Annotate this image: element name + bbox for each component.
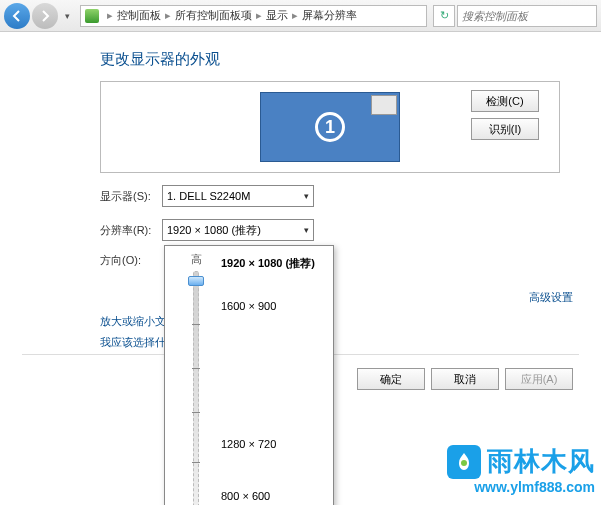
forward-button <box>32 3 58 29</box>
resolution-option[interactable]: 1600 × 900 <box>221 300 276 312</box>
slider-labels: 1920 × 1080 (推荐) 1600 × 900 1280 × 720 8… <box>221 252 327 505</box>
breadcrumb-item[interactable]: 屏幕分辨率 <box>302 8 357 23</box>
resolution-label: 分辨率(R): <box>100 223 162 238</box>
display-preview-area: 1 检测(C) 识别(I) <box>100 81 560 173</box>
ok-button[interactable]: 确定 <box>357 368 425 390</box>
cancel-button[interactable]: 取消 <box>431 368 499 390</box>
resolution-slider-popup: 高 低 1920 × 1080 (推荐) 1600 × 900 1280 × 7… <box>164 245 334 505</box>
refresh-button[interactable]: ↻ <box>433 5 455 27</box>
detect-button[interactable]: 检测(C) <box>471 90 539 112</box>
display-label: 显示器(S): <box>100 189 162 204</box>
slider-handle[interactable] <box>188 276 204 286</box>
svg-point-0 <box>461 460 467 466</box>
orientation-label: 方向(O): <box>100 253 162 268</box>
breadcrumb-item[interactable]: 控制面板 <box>117 8 161 23</box>
back-button[interactable] <box>4 3 30 29</box>
chevron-down-icon: ▾ <box>304 225 309 235</box>
resolution-value: 1920 × 1080 (推荐) <box>167 223 261 238</box>
advanced-settings-link[interactable]: 高级设置 <box>529 290 573 305</box>
slider-high-label: 高 <box>191 252 202 267</box>
chevron-down-icon: ▾ <box>304 191 309 201</box>
watermark-url: www.ylmf888.com <box>447 479 595 495</box>
watermark-icon <box>447 445 481 479</box>
page-title: 更改显示器的外观 <box>0 50 601 69</box>
apply-button: 应用(A) <box>505 368 573 390</box>
resolution-option[interactable]: 1280 × 720 <box>221 438 276 450</box>
monitor-thumbnail <box>371 95 397 115</box>
watermark-brand: 雨林木风 <box>487 444 595 479</box>
watermark: 雨林木风 www.ylmf888.com <box>447 444 595 495</box>
slider-track[interactable] <box>193 271 199 505</box>
control-panel-icon <box>85 9 99 23</box>
monitor-preview[interactable]: 1 <box>260 92 400 162</box>
toolbar: ▾ ▸ 控制面板 ▸ 所有控制面板项 ▸ 显示 ▸ 屏幕分辨率 ↻ <box>0 0 601 32</box>
resolution-select[interactable]: 1920 × 1080 (推荐) ▾ <box>162 219 314 241</box>
breadcrumb-item[interactable]: 所有控制面板项 <box>175 8 252 23</box>
identify-button[interactable]: 识别(I) <box>471 118 539 140</box>
main-content: 更改显示器的外观 1 检测(C) 识别(I) 显示器(S): 1. DELL S… <box>0 32 601 268</box>
resolution-option[interactable]: 800 × 600 <box>221 490 270 502</box>
search-input[interactable] <box>457 5 597 27</box>
resolution-option[interactable]: 1920 × 1080 (推荐) <box>221 256 315 271</box>
history-dropdown[interactable]: ▾ <box>60 3 74 29</box>
monitor-number: 1 <box>315 112 345 142</box>
breadcrumb[interactable]: ▸ 控制面板 ▸ 所有控制面板项 ▸ 显示 ▸ 屏幕分辨率 <box>80 5 427 27</box>
display-select[interactable]: 1. DELL S2240M ▾ <box>162 185 314 207</box>
breadcrumb-item[interactable]: 显示 <box>266 8 288 23</box>
display-value: 1. DELL S2240M <box>167 190 250 202</box>
